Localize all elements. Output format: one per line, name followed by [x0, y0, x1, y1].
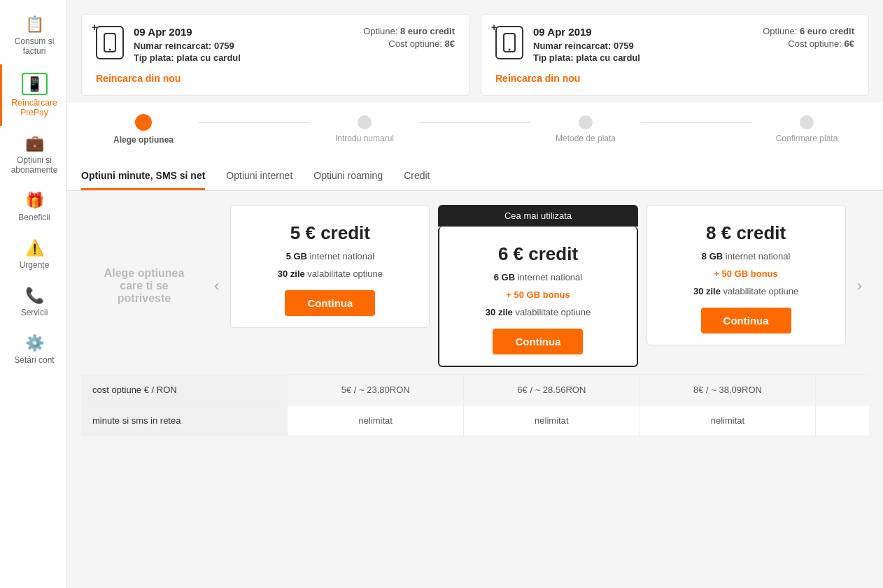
compare-row-2-val2: nelimitat — [464, 406, 640, 436]
plan-select-text: Alege optiunea care ti se potriveste — [88, 239, 200, 333]
step-3: Metode de plata — [530, 115, 641, 143]
step-2-circle — [358, 115, 372, 129]
plan-2-detail2: + 50 GB bonus — [506, 289, 570, 300]
plans-container: Alege optiunea care ti se potriveste ‹ 5… — [81, 205, 869, 367]
optiuni-icon: 💼 — [25, 134, 44, 152]
tab-credit[interactable]: Credit — [404, 163, 430, 190]
plans-nav-next[interactable]: › — [850, 277, 869, 295]
consum-icon: 📋 — [25, 15, 44, 34]
card-2-header: 09 Apr 2019 Numar reincarcat: 0759 Tip p… — [495, 26, 854, 64]
sidebar-item-urgente[interactable]: ⚠️ Urgențe — [0, 231, 66, 278]
plan-1-price: 5 € credit — [290, 222, 370, 244]
compare-row-2-label: minute si sms in retea — [81, 406, 288, 436]
svg-point-3 — [509, 49, 511, 51]
step-3-label: Metode de plata — [556, 134, 616, 143]
sidebar-item-setari-label: Setări cont — [14, 355, 54, 365]
sidebar-item-consum[interactable]: 📋 Consum și facturi — [0, 7, 66, 64]
plan-3-detail1: 8 GB internet national — [702, 251, 790, 261]
compare-row-1-val1: 5€ / ~ 23.80RON — [288, 375, 464, 405]
tabs-section: Optiuni minute, SMS si net Optiuni inter… — [67, 156, 883, 191]
servicii-icon: 📞 — [25, 287, 44, 305]
compare-row-1: cost optiune € / RON 5€ / ~ 23.80RON 6€ … — [81, 375, 869, 406]
recharge-link-1[interactable]: Reincarca din nou — [96, 73, 455, 84]
phone-icon-2 — [495, 26, 523, 59]
compare-row-1-val3: 8€ / ~ 38.09RON — [640, 375, 817, 405]
history-card-2: 09 Apr 2019 Numar reincarcat: 0759 Tip p… — [481, 14, 869, 96]
sidebar-item-servicii[interactable]: 📞 Servicii — [0, 278, 66, 326]
sidebar-item-reincarcare-label: Reîncărcare PrePay — [8, 98, 61, 117]
compare-row-2: minute si sms in retea nelimitat nelimit… — [81, 406, 869, 436]
card-1-header: 09 Apr 2019 Numar reincarcat: 0759 Tip p… — [96, 26, 455, 64]
plan-card-3-inner: 8 € credit 8 GB internet national + 50 G… — [647, 206, 845, 345]
setari-icon: ⚙️ — [25, 334, 44, 352]
step-1-circle — [135, 114, 152, 131]
card-1-tip: Tip plata: plata cu cardul — [134, 52, 353, 63]
plan-promo-label: Cea mai utilizata — [438, 205, 637, 227]
steps-group: Alege optiunea Introdu numarul Metode de… — [88, 114, 862, 145]
plan-card-1-inner: 5 € credit 5 GB internet national 30 zil… — [231, 206, 429, 327]
urgente-icon: ⚠️ — [25, 239, 44, 257]
sidebar-item-beneficii[interactable]: 🎁 Beneficii — [0, 183, 66, 231]
plan-card-3: 8 € credit 8 GB internet national + 50 G… — [647, 205, 846, 345]
card-2-tip: Tip plata: plata cu cardul — [533, 52, 753, 63]
plan-3-detail2: + 50 GB bonus — [714, 268, 777, 279]
plan-2-detail3: 30 zile valabilitate optiune — [486, 307, 591, 317]
step-3-circle — [579, 115, 593, 129]
plans-nav-prev[interactable]: ‹ — [207, 277, 226, 295]
step-line-3 — [641, 122, 751, 123]
plan-1-detail2: 30 zile valabilitate optiune — [278, 268, 383, 279]
sidebar-item-optiuni-label: Opțiuni și abonamente — [8, 155, 61, 175]
step-4-circle — [800, 115, 814, 129]
plans-section: Alege optiunea care ti se potriveste ‹ 5… — [67, 191, 883, 450]
compare-row-2-val3: nelimitat — [640, 406, 817, 436]
sidebar: 📋 Consum și facturi 📱 Reîncărcare PrePay… — [0, 0, 67, 588]
plan-3-continua-button[interactable]: Continua — [701, 308, 791, 334]
card-1-info: 09 Apr 2019 Numar reincarcat: 0759 Tip p… — [134, 26, 353, 64]
sidebar-item-reincarcare[interactable]: 📱 Reîncărcare PrePay — [0, 64, 66, 126]
history-card-1: 09 Apr 2019 Numar reincarcat: 0759 Tip p… — [81, 14, 469, 96]
compare-row-1-label: cost optiune € / RON — [81, 375, 288, 405]
compare-table: cost optiune € / RON 5€ / ~ 23.80RON 6€ … — [81, 374, 869, 436]
tab-minute-sms-net[interactable]: Optiuni minute, SMS si net — [81, 163, 205, 190]
card-2-info: 09 Apr 2019 Numar reincarcat: 0759 Tip p… — [533, 26, 753, 64]
plan-2-continua-button[interactable]: Continua — [493, 329, 583, 354]
step-2-label: Introdu numarul — [335, 134, 394, 143]
step-2: Introdu numarul — [309, 115, 420, 143]
card-1-right: Optiune: 8 euro credit Cost optiune: 8€ — [363, 26, 455, 51]
card-2-right: Optiune: 6 euro credit Cost optiune: 6€ — [763, 26, 854, 51]
beneficii-icon: 🎁 — [25, 192, 44, 210]
plan-card-2: 6 € credit 6 GB internet national + 50 G… — [438, 227, 637, 367]
tab-roaming[interactable]: Optiuni roaming — [313, 163, 383, 190]
plan-1-detail1: 5 GB internet national — [286, 251, 374, 261]
compare-row-1-val2: 6€ / ~ 28.56RON — [464, 375, 640, 405]
compare-row-1-spacer — [816, 375, 869, 405]
tab-internet[interactable]: Optiuni internet — [226, 163, 292, 190]
step-line-1 — [199, 122, 309, 123]
reincarcare-icon: 📱 — [22, 73, 48, 95]
card-1-numar: Numar reincarcat: 0759 — [134, 41, 353, 51]
phone-icon-1 — [96, 26, 124, 59]
sidebar-item-setari[interactable]: ⚙️ Setări cont — [0, 326, 66, 373]
step-1: Alege optiunea — [88, 114, 199, 145]
plan-3-detail3: 30 zile valabilitate optiune — [693, 286, 798, 296]
history-section: 09 Apr 2019 Numar reincarcat: 0759 Tip p… — [67, 0, 883, 103]
card-2-numar: Numar reincarcat: 0759 — [533, 41, 753, 51]
tabs: Optiuni minute, SMS si net Optiuni inter… — [81, 163, 869, 190]
card-2-date: 09 Apr 2019 — [533, 26, 753, 38]
sidebar-item-servicii-label: Servicii — [21, 308, 48, 317]
svg-point-1 — [109, 49, 111, 51]
steps-section: Alege optiunea Introdu numarul Metode de… — [67, 103, 883, 156]
recharge-link-2[interactable]: Reincarca din nou — [495, 73, 854, 84]
sidebar-item-beneficii-label: Beneficii — [18, 213, 50, 222]
plan-2-price: 6 € credit — [498, 243, 578, 265]
step-4: Confirmare plata — [751, 115, 862, 143]
step-1-label: Alege optiunea — [113, 135, 174, 145]
compare-row-2-spacer — [816, 406, 869, 436]
plan-1-continua-button[interactable]: Continua — [285, 290, 375, 316]
step-line-2 — [420, 122, 530, 123]
sidebar-item-urgente-label: Urgențe — [20, 260, 50, 270]
main-content: 09 Apr 2019 Numar reincarcat: 0759 Tip p… — [67, 0, 883, 588]
sidebar-item-optiuni[interactable]: 💼 Opțiuni și abonamente — [0, 126, 66, 183]
card-1-date: 09 Apr 2019 — [134, 26, 353, 38]
plan-card-2-inner: 6 € credit 6 GB internet national + 50 G… — [439, 227, 636, 366]
